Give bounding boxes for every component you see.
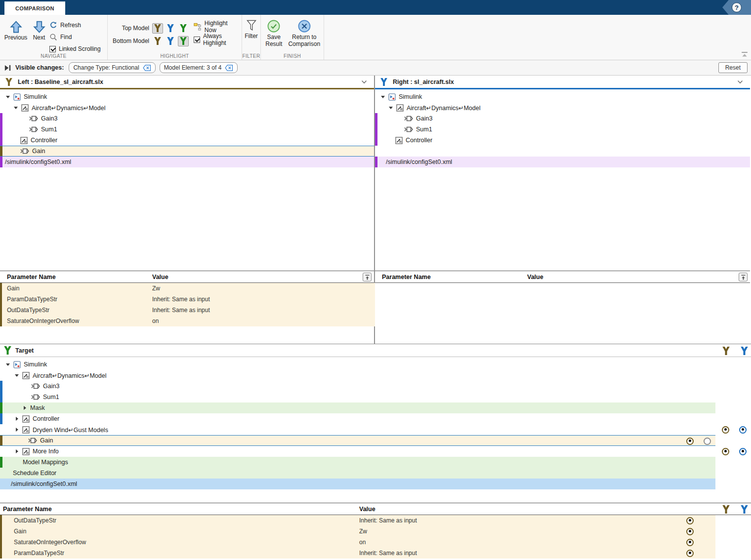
bottom-model-target-button[interactable] [178,36,189,46]
tree-row[interactable]: Aircraft↵Dynamics↵Model [0,102,374,113]
tree-row[interactable]: Sum1 [0,124,374,135]
choose-left-radio[interactable] [686,539,694,546]
config-set-row[interactable]: /simulink/configSet0.xml [375,157,750,167]
expander-closed-icon[interactable] [23,406,27,410]
tree-row[interactable]: Sum1 [0,392,751,402]
expander-open-icon[interactable] [14,106,18,110]
param-row[interactable]: OutDataTypeStrInherit: Same as input [0,515,715,526]
choose-left-radio[interactable] [686,438,694,445]
right-param-table: Parameter Name Value [375,271,750,343]
bottom-model-left-button[interactable] [152,36,163,46]
expander-open-icon[interactable] [381,95,385,99]
choose-left-radio[interactable] [686,550,694,557]
top-model-right-button[interactable] [165,23,176,34]
choose-left-radio[interactable] [686,528,694,535]
change-bar [0,515,2,526]
filter-button[interactable]: Filter [245,18,258,40]
tree-row-merged[interactable]: Schedule Editor [0,468,715,479]
tree-row[interactable]: Simulink [375,91,750,102]
tree-row-merged[interactable]: Model Mappings [0,457,715,468]
tree-row[interactable]: Sum1 [375,124,750,135]
choose-right-radio[interactable] [739,448,747,455]
expander-closed-icon[interactable] [15,428,19,432]
change-bar [0,381,2,392]
expander-open-icon[interactable] [389,106,393,110]
chevron-down-icon[interactable] [361,80,367,84]
expander-open-icon[interactable] [6,362,10,367]
filter-pill-change-type[interactable]: Change Type: Functional [69,62,155,73]
param-row[interactable]: GainZw [0,283,375,294]
tree-row[interactable]: Aircraft↵Dynamics↵Model [375,102,750,113]
x-circle-icon [298,20,311,33]
subsystem-icon [396,104,404,112]
linked-scrolling-checkbox[interactable]: Linked Scrolling [49,44,101,54]
tab-comparison[interactable]: COMPARISON [4,1,66,15]
choose-left-radio[interactable] [722,448,729,455]
param-row[interactable]: SaturateOnIntegerOverflowon [0,537,715,548]
tree-row[interactable]: Simulink [0,359,751,370]
tree-row[interactable]: Gain3 [0,113,374,124]
filter-pill-model-element[interactable]: Model Element: 3 of 4 [160,62,238,73]
previous-button[interactable]: Previous [3,18,29,41]
highlight-section-label: HIGHLIGHT [108,53,242,59]
ribbon-collapse-icon[interactable] [740,51,749,58]
choose-right-radio[interactable] [739,426,747,434]
reset-button[interactable]: Reset [718,62,748,73]
bottom-model-right-button[interactable] [165,36,176,46]
skip-end-icon[interactable] [4,64,11,72]
return-to-comparison-button[interactable]: Return toComparison [288,18,321,48]
change-bar [0,436,2,445]
tree-row[interactable]: Controller [375,135,750,146]
right-tree: Simulink Aircraft↵Dynamics↵Model Gain3 S… [375,89,750,271]
refresh-button[interactable]: Refresh [49,20,101,30]
right-pane-header: Right : sl_aircraft.slx [375,76,750,89]
param-row[interactable]: ParamDataTypeStrInherit: Same as input [0,548,715,559]
target-title: Target [15,347,34,354]
choose-left-radio[interactable] [722,426,729,434]
expander-open-icon[interactable] [15,373,19,378]
help-button[interactable]: ? [732,2,742,12]
merge-right-column-icon [740,347,749,355]
always-highlight-checkbox[interactable]: Always Highlight [194,35,237,44]
tree-row-selected[interactable]: Gain [0,146,374,157]
find-button[interactable]: Find [49,32,101,42]
tree-row-selected[interactable]: Gain [0,435,715,446]
expander-open-icon[interactable] [6,95,10,99]
top-model-left-button[interactable] [152,23,163,34]
param-row[interactable]: OutDataTypeStrInherit: Same as input [0,305,375,316]
expander-closed-icon[interactable] [15,449,19,454]
tree-row[interactable]: Simulink [0,91,374,102]
tree-row[interactable]: Controller [0,413,751,424]
choose-right-radio[interactable] [704,438,711,445]
tree-row[interactable]: Gain3 [375,113,750,124]
top-model-label: Top Model [111,25,149,32]
remove-filter-icon[interactable] [143,65,151,71]
refresh-icon [49,21,57,29]
next-button[interactable]: Next [29,18,49,41]
top-model-target-button[interactable] [178,23,189,34]
chevron-down-icon[interactable] [737,80,743,84]
param-row[interactable]: ParamDataTypeStrInherit: Same as input [0,294,375,305]
tree-row[interactable]: Dryden Wind↵Gust Models [0,424,751,435]
merge-target-icon [3,346,12,355]
collapse-table-button[interactable] [363,273,372,281]
config-set-row[interactable]: /simulink/configSet0.xml [0,479,715,489]
expander-closed-icon[interactable] [15,417,19,421]
collapse-table-button[interactable] [739,273,748,281]
save-result-button[interactable]: SaveResult [264,18,284,48]
titlebar: COMPARISON ? [0,0,751,15]
highlight-now-button[interactable]: Highlight Now [194,22,237,32]
tree-row[interactable]: Gain3 [0,381,751,392]
remove-filter-icon[interactable] [225,65,233,71]
tree-row-merged[interactable]: Mask [0,402,715,413]
param-row[interactable]: SaturateOnIntegerOverflowon [0,316,375,326]
tree-row[interactable]: Controller [0,135,374,146]
config-set-row[interactable]: /simulink/configSet0.xml [0,157,374,167]
tree-row[interactable]: Aircraft↵Dynamics↵Model [0,370,751,381]
checkbox-checked-icon[interactable] [194,37,200,43]
param-row[interactable]: GainZw [0,526,715,537]
tree-row[interactable]: More Info [0,446,751,457]
checkbox-checked-icon[interactable] [49,46,56,52]
choose-left-radio[interactable] [686,517,694,524]
change-bar [0,157,2,167]
